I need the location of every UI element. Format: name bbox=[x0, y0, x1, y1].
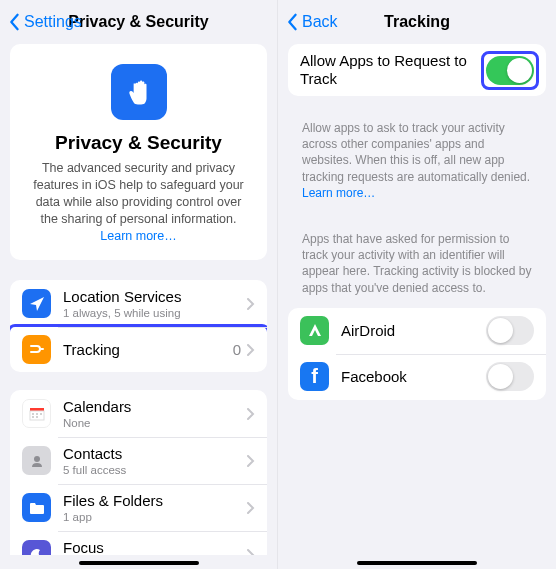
facebook-app-icon: f bbox=[300, 362, 329, 391]
row-title: Files & Folders bbox=[63, 492, 247, 510]
row-sub: 5 full access bbox=[63, 464, 247, 476]
hero-title: Privacy & Security bbox=[26, 132, 251, 154]
svg-point-6 bbox=[36, 416, 38, 418]
back-settings[interactable]: Settings bbox=[8, 13, 82, 31]
svg-rect-1 bbox=[30, 411, 44, 420]
row-title: Focus bbox=[63, 539, 247, 554]
back-label: Back bbox=[302, 13, 338, 31]
row-value: 0 bbox=[233, 341, 241, 358]
chevron-right-icon bbox=[247, 408, 255, 420]
row-title: Contacts bbox=[63, 445, 247, 463]
row-allow-request-track: Allow Apps to Request to Track bbox=[288, 44, 546, 96]
chevron-right-icon bbox=[247, 455, 255, 467]
focus-icon bbox=[22, 540, 51, 554]
airdroid-app-icon bbox=[300, 316, 329, 345]
folder-icon bbox=[22, 493, 51, 522]
hero-card: Privacy & Security The advanced security… bbox=[10, 44, 267, 260]
contacts-icon bbox=[22, 446, 51, 475]
group-data-access: CalendarsNone Contacts5 full access File… bbox=[10, 390, 267, 554]
privacy-hand-icon bbox=[111, 64, 167, 120]
row-app-airdroid: AirDroid bbox=[288, 308, 546, 354]
row-title: Calendars bbox=[63, 398, 247, 416]
svg-point-2 bbox=[32, 413, 34, 415]
chevron-right-icon bbox=[247, 344, 255, 356]
svg-point-5 bbox=[32, 416, 34, 418]
navbar-left: Settings Privacy & Security bbox=[0, 0, 277, 44]
svg-point-7 bbox=[34, 456, 40, 462]
row-title: Facebook bbox=[341, 368, 486, 386]
svg-point-4 bbox=[40, 413, 42, 415]
navbar-right: Back Tracking bbox=[278, 0, 556, 44]
footer-allow-desc: Allow apps to ask to track your activity… bbox=[288, 114, 546, 213]
row-app-facebook: f Facebook bbox=[288, 354, 546, 400]
chevron-right-icon bbox=[247, 549, 255, 555]
row-contacts[interactable]: Contacts5 full access bbox=[10, 437, 267, 484]
back-label: Settings bbox=[24, 13, 82, 31]
row-tracking[interactable]: Tracking 0 bbox=[10, 324, 267, 372]
row-calendars[interactable]: CalendarsNone bbox=[10, 390, 267, 437]
row-title: Location Services bbox=[63, 288, 247, 306]
toggle-allow-tracking[interactable] bbox=[486, 56, 534, 85]
row-sub: 1 app bbox=[63, 511, 247, 523]
location-icon bbox=[22, 289, 51, 318]
hero-desc: The advanced security and privacy featur… bbox=[26, 160, 251, 244]
group-location-tracking: Location Services 1 always, 5 while usin… bbox=[10, 280, 267, 372]
group-tracking-apps: AirDroid f Facebook bbox=[288, 308, 546, 400]
calendar-icon bbox=[22, 399, 51, 428]
back-button[interactable]: Back bbox=[286, 13, 338, 31]
row-location-services[interactable]: Location Services 1 always, 5 while usin… bbox=[10, 280, 267, 327]
row-sub: None bbox=[63, 417, 247, 429]
home-indicator bbox=[79, 561, 199, 566]
row-focus[interactable]: Focus1 app bbox=[10, 531, 267, 554]
group-allow-tracking: Allow Apps to Request to Track bbox=[288, 44, 546, 96]
home-indicator bbox=[357, 561, 477, 566]
learn-more-link[interactable]: Learn more… bbox=[302, 186, 375, 200]
row-sub: 1 always, 5 while using bbox=[63, 307, 247, 319]
learn-more-link[interactable]: Learn more… bbox=[100, 229, 176, 243]
tracking-icon bbox=[22, 335, 51, 364]
row-title: Tracking bbox=[63, 341, 233, 359]
chevron-right-icon bbox=[247, 298, 255, 310]
toggle-airdroid[interactable] bbox=[486, 316, 534, 345]
row-files-folders[interactable]: Files & Folders1 app bbox=[10, 484, 267, 531]
row-title: Allow Apps to Request to Track bbox=[300, 52, 475, 88]
svg-point-3 bbox=[36, 413, 38, 415]
row-title: AirDroid bbox=[341, 322, 486, 340]
chevron-right-icon bbox=[247, 502, 255, 514]
footer-apps-desc: Apps that have asked for permission to t… bbox=[288, 225, 546, 308]
toggle-facebook[interactable] bbox=[486, 362, 534, 391]
